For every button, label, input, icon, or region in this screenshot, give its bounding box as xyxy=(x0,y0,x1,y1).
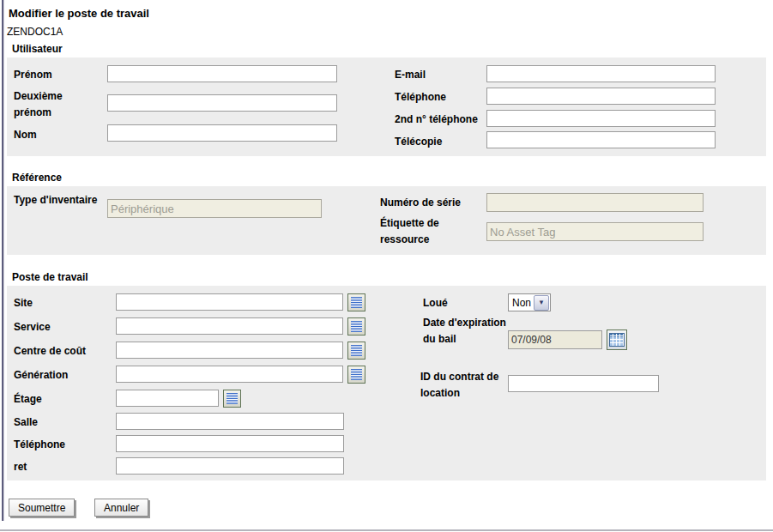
dropdown-arrow-icon: ▾ xyxy=(534,295,549,311)
section-heading-workstation: Poste de travail xyxy=(12,271,88,283)
ws-phone-label: Téléphone xyxy=(14,437,65,453)
cost-center-input[interactable] xyxy=(116,342,343,359)
middle-name-input[interactable] xyxy=(107,94,337,112)
middle-name-label: Deuxième prénom xyxy=(14,88,100,121)
email-input[interactable] xyxy=(486,65,716,82)
phone2-input[interactable] xyxy=(486,110,716,127)
last-name-input[interactable] xyxy=(107,124,337,142)
list-icon xyxy=(351,321,362,332)
leased-select[interactable]: Non ▾ xyxy=(508,293,551,311)
ws-phone-input[interactable] xyxy=(116,435,344,452)
room-input[interactable] xyxy=(116,413,344,430)
list-icon xyxy=(226,393,238,404)
edit-workstation-page: Modifier le poste de travail ZENDOC1A Ut… xyxy=(0,0,773,532)
lease-contract-id-label: ID du contrat de location xyxy=(420,369,510,402)
cancel-button[interactable]: Annuler xyxy=(94,499,148,517)
page-title: Modifier le poste de travail xyxy=(9,7,149,20)
list-icon xyxy=(351,345,362,356)
lease-contract-id-input[interactable] xyxy=(508,375,659,392)
calendar-icon xyxy=(609,333,625,347)
submit-button[interactable]: Soumettre xyxy=(9,499,75,517)
inventory-type-input xyxy=(107,199,322,218)
phone-input[interactable] xyxy=(486,88,716,105)
inventory-type-label: Type d'inventaire xyxy=(14,192,100,209)
phone2-label: 2nd n° téléphone xyxy=(395,112,478,128)
leased-label: Loué xyxy=(423,295,448,311)
site-label: Site xyxy=(14,295,33,311)
first-name-label: Prénom xyxy=(14,67,101,83)
serial-number-input xyxy=(486,193,704,212)
floor-input[interactable] xyxy=(116,390,219,407)
generation-input[interactable] xyxy=(116,366,343,383)
floor-browse-button[interactable] xyxy=(223,390,241,408)
leased-select-value: Non xyxy=(509,297,534,309)
email-label: E-mail xyxy=(395,67,426,83)
generation-label: Génération xyxy=(14,367,68,384)
page-left-border xyxy=(2,0,4,521)
department-label: Service xyxy=(14,319,51,336)
fax-label: Télécopie xyxy=(395,134,442,150)
page-bottom-border xyxy=(0,529,773,531)
lease-expiration-label: Date d'expiration du bail xyxy=(423,315,509,348)
serial-number-label: Numéro de série xyxy=(380,195,461,211)
lease-expiration-calendar-button[interactable] xyxy=(607,329,627,350)
department-browse-button[interactable] xyxy=(347,317,365,336)
cost-center-label: Centre de coût xyxy=(14,343,86,360)
asset-tag-input xyxy=(486,222,704,241)
site-input[interactable] xyxy=(116,293,343,311)
floor-label: Étage xyxy=(14,391,42,408)
site-browse-button[interactable] xyxy=(347,293,365,311)
lease-expiration-input[interactable] xyxy=(508,330,602,349)
last-name-label: Nom xyxy=(14,127,101,143)
asset-tag-label: Étiquette de ressource xyxy=(380,215,462,248)
workstation-id: ZENDOC1A xyxy=(7,26,63,38)
department-input[interactable] xyxy=(116,317,343,335)
generation-browse-button[interactable] xyxy=(347,366,365,384)
section-heading-user: Utilisateur xyxy=(12,43,63,55)
list-icon xyxy=(351,369,362,380)
ret-input[interactable] xyxy=(116,457,344,475)
fax-input[interactable] xyxy=(486,131,716,148)
first-name-input[interactable] xyxy=(107,65,337,82)
room-label: Salle xyxy=(14,414,38,431)
cost-center-browse-button[interactable] xyxy=(347,342,365,360)
phone-label: Téléphone xyxy=(395,89,446,106)
ret-label: ret xyxy=(14,459,27,475)
section-heading-reference: Référence xyxy=(12,172,62,184)
list-icon xyxy=(351,297,362,308)
